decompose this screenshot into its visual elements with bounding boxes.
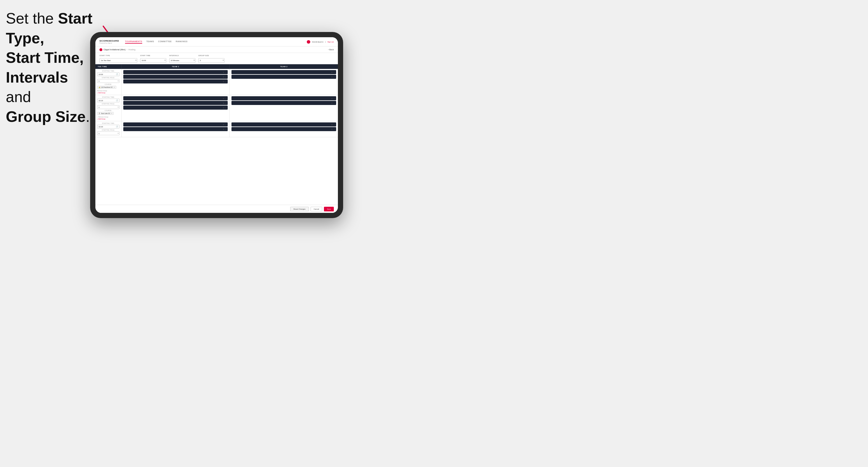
course-flag-1: ⛳ [99,86,100,88]
player-remove-1-t1-2[interactable]: ✕ [223,76,224,78]
tee-time-cell-1: STARTING TIME: 10:00 🕐 STARTING HOLE: 1 … [95,69,122,95]
starting-time-input-wrap-2[interactable]: 10:10 🕐 [97,99,120,102]
starting-time-input-wrap-3[interactable]: 10:20 🕐 [97,125,120,128]
back-button[interactable]: ‹ Back [328,49,334,51]
hole-select-3[interactable]: 1 10 [97,131,120,135]
starting-hole-label-2: STARTING HOLE: [97,103,120,105]
player-remove-2-t1-1[interactable]: ✕ [223,97,224,99]
start-time-select[interactable]: 10:00 09:00 11:00 [140,58,166,63]
player-row-3-t1-2: ✕ ⋯ [123,127,228,131]
nav-rankings[interactable]: RANKINGS [176,40,188,43]
nav-teams[interactable]: TEAMS [146,40,154,43]
course-flag-2: 🏌 [99,113,100,114]
player-dots-2-t1-2[interactable]: ⋯ [225,102,226,104]
tablet-screen: SCOREBOARD Powered by clipp.io TOURNAMEN… [95,37,338,213]
player-dots-1-t1-3[interactable]: ⋯ [225,81,226,83]
reset-changes-button[interactable]: Reset Changes [290,207,309,211]
player-remove-3-t1-1[interactable]: ✕ [223,124,224,126]
add-group-btn-1[interactable]: + Add Group [97,92,120,94]
group-actions-1: Remove Group + Add Group [97,90,120,94]
player-dots-3-t1-1[interactable]: ⋯ [225,124,226,126]
breadcrumb-logo-icon [99,48,102,51]
hole-select-1[interactable]: 1 10 [97,79,120,83]
player-dots-2-t2-1[interactable]: ⋯ [333,97,335,99]
player-dots-3-t1-2[interactable]: ⋯ [225,128,226,130]
team1-cell-2: ✕ ⋯ ✕ ⋯ ✕ ⋯ [122,95,230,121]
remove-group-btn-2[interactable]: ○ Remove Group [97,116,120,118]
player-dots-3-t2-2[interactable]: ⋯ [333,128,335,130]
player-remove-2-t1-3[interactable]: ✕ [223,107,224,109]
start-type-group: Start Type 1st Tee Start Shotgun Start [99,55,137,63]
nav-tournaments[interactable]: TOURNAMENTS [125,40,142,43]
instruction-line4: Group Size. [6,108,90,125]
logo-text: SCOREBOARD [99,39,119,42]
remove-group-btn-1[interactable]: Remove Group [97,90,120,92]
breadcrumb-separator: › [126,49,127,51]
player-dots-1-t1-1[interactable]: ⋯ [225,71,226,73]
player-remove-1-t2-2[interactable]: ✕ [331,76,333,78]
course-label-1: COURSE: [97,84,120,85]
user-avatar [307,40,310,43]
course-tag-1: ⛳ (A) Peachtree GC ✕ [97,86,116,89]
player-remove-2-t1-2[interactable]: ✕ [223,102,224,104]
player-dots-2-t1-1[interactable]: ⋯ [225,97,226,99]
starting-hole-label-3: STARTING HOLE: [97,129,120,131]
starting-time-value-1: 10:00 [99,73,116,75]
player-dots-1-t2-2[interactable]: ⋯ [333,76,335,78]
player-row-1-t2-1: ✕ ⋯ [231,70,336,74]
player-row-1-t2-2: ✕ ⋯ [231,75,336,79]
tee-time-cell-2: STARTING TIME: 10:10 🕐 STARTING HOLE: 1 … [95,95,122,121]
remove-course-2[interactable]: ✕ [111,113,112,114]
breadcrumb-bar: Clippd Invitational (Men) › Hosting ‹ Ba… [95,46,338,53]
save-button[interactable]: Save [324,207,334,211]
hole-select-2[interactable]: 1 10 [97,105,120,109]
player-dots-1-t2-1[interactable]: ⋯ [333,71,335,73]
intervals-select[interactable]: 10 Minutes 5 Minutes 15 Minutes [169,58,195,63]
player-remove-1-t1-3[interactable]: ✕ [223,81,224,83]
player-remove-3-t2-1[interactable]: ✕ [331,124,333,126]
team1-cell-3: ✕ ⋯ ✕ ⋯ [122,121,230,137]
player-row-3-t2-2: ✕ ⋯ [231,127,336,131]
controls-bar: Start Type 1st Tee Start Shotgun Start S… [95,53,338,64]
team1-cell-1: ✕ ⋯ ✕ ⋯ ✕ ⋯ [122,69,230,95]
player-row-3-t1-1: ✕ ⋯ [123,122,228,126]
nav-right: blair@clippd.io | Sign out [307,40,334,43]
start-type-select[interactable]: 1st Tee Start Shotgun Start [99,58,137,63]
player-remove-1-t1-1[interactable]: ✕ [223,71,224,73]
breadcrumb-tournament[interactable]: Clippd Invitational (Men) [103,49,125,51]
clock-icon-1: 🕐 [116,73,118,75]
nav-committee[interactable]: COMMITTEE [158,40,172,43]
player-dots-2-t2-2[interactable]: ⋯ [333,102,335,104]
table-header: Tee Time Team 1 Team 2 [95,64,338,69]
player-dots-3-t2-1[interactable]: ⋯ [333,124,335,126]
cancel-button[interactable]: Cancel [311,207,322,211]
player-dots-1-t1-2[interactable]: ⋯ [225,76,226,78]
add-group-btn-2[interactable]: + Add Group [97,118,120,120]
intervals-select-wrapper: 10 Minutes 5 Minutes 15 Minutes [169,57,195,63]
player-row-1-t1-3: ✕ ⋯ [123,80,228,84]
player-row-1-t1-1: ✕ ⋯ [123,70,228,74]
starting-time-value-2: 10:10 [99,100,116,101]
sign-out-link[interactable]: Sign out [328,41,334,43]
start-time-group: Start Time 10:00 09:00 11:00 [140,55,166,63]
group-size-select[interactable]: 3 2 4 [198,58,224,63]
group-section-3: STARTING TIME: 10:20 🕐 STARTING HOLE: 1 … [95,121,338,137]
player-remove-2-t2-2[interactable]: ✕ [331,102,333,104]
player-remove-3-t2-2[interactable]: ✕ [331,128,333,130]
action-bar: Reset Changes Cancel Save [95,205,338,213]
player-remove-3-t1-2[interactable]: ✕ [223,128,224,130]
group-row-2: STARTING TIME: 10:10 🕐 STARTING HOLE: 1 … [95,95,338,121]
player-remove-1-t2-1[interactable]: ✕ [331,71,333,73]
player-row-2-t1-1: ✕ ⋯ [123,96,228,100]
remove-course-1[interactable]: ✕ [114,86,115,88]
player-remove-2-t2-1[interactable]: ✕ [331,97,333,99]
nav-bar: SCOREBOARD Powered by clipp.io TOURNAMEN… [95,37,338,46]
player-row-2-t2-2: ✕ ⋯ [231,101,336,105]
player-dots-2-t1-3[interactable]: ⋯ [225,107,226,109]
hole-select-wrap-1: 1 10 [97,79,120,84]
starting-time-input-wrap-1[interactable]: 10:00 🕐 [97,72,120,76]
schedule-table: Tee Time Team 1 Team 2 STARTING TIME: 10… [95,64,338,205]
player-row-1-t1-2: ✕ ⋯ [123,75,228,79]
instruction-line1: Set the Start Type, [6,10,92,46]
nav-sep: | [325,41,326,43]
